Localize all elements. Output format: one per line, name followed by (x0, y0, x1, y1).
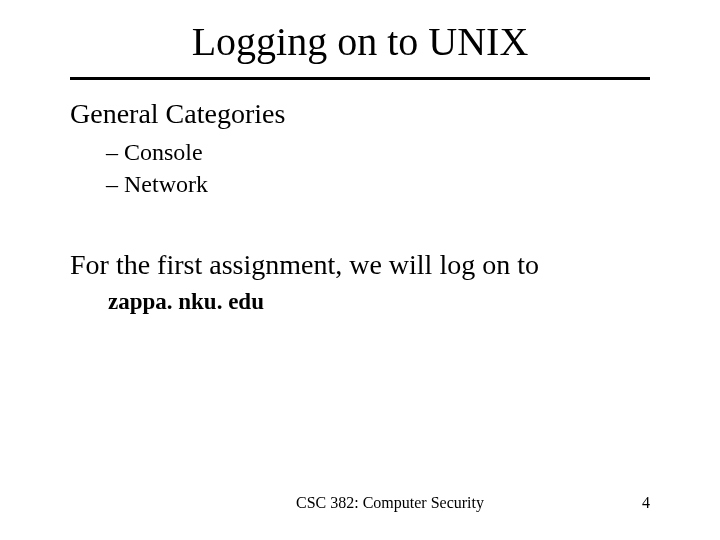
section-heading-categories: General Categories (70, 98, 660, 130)
footer-page-number: 4 (610, 494, 650, 512)
section-heading-assignment: For the first assignment, we will log on… (70, 249, 660, 281)
hostname-text: zappa. nku. edu (70, 289, 660, 315)
footer-course: CSC 382: Computer Security (70, 494, 610, 512)
slide-footer: CSC 382: Computer Security 4 (0, 494, 720, 512)
slide-content: General Categories – Console – Network F… (60, 98, 660, 315)
bullet-list: – Console – Network (70, 136, 660, 201)
slide: Logging on to UNIX General Categories – … (0, 0, 720, 540)
bullet-item: – Console (106, 136, 660, 168)
slide-title: Logging on to UNIX (70, 18, 650, 80)
bullet-item: – Network (106, 168, 660, 200)
